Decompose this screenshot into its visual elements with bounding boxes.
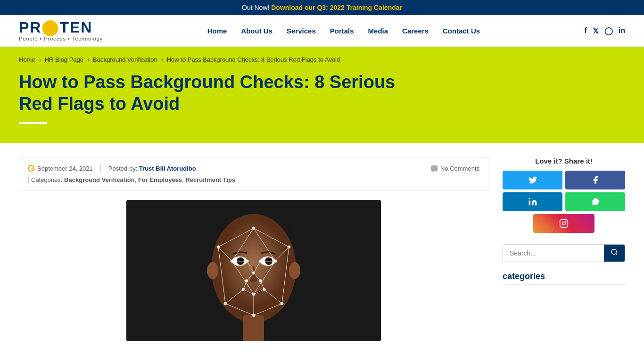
breadcrumb-sep1: › — [39, 57, 41, 63]
facebook-share-button[interactable] — [565, 171, 625, 189]
categories-title: categories — [503, 272, 625, 285]
share-box: Love it? Share it! — [503, 157, 625, 233]
svg-line-57 — [616, 254, 617, 255]
svg-point-55 — [565, 221, 567, 222]
nav-home[interactable]: Home — [207, 27, 227, 35]
top-banner: Out Now! Download our Q3: 2022 Training … — [0, 0, 644, 15]
main-nav: Home About Us Services Portals Media Car… — [207, 27, 480, 35]
sidebar: Love it? Share it! — [503, 157, 625, 341]
article-area: September 24, 2021 Posted by: Trust Bill… — [19, 157, 488, 341]
breadcrumb-home[interactable]: Home — [19, 56, 35, 63]
svg-point-3 — [207, 262, 218, 279]
article-image — [126, 200, 381, 341]
svg-point-4 — [289, 262, 300, 279]
nav-contact[interactable]: Contact Us — [443, 27, 480, 35]
article-meta: September 24, 2021 Posted by: Trust Bill… — [19, 157, 488, 190]
breadcrumb-sep2: › — [87, 57, 89, 63]
twitter-share-button[interactable] — [503, 171, 562, 189]
cat-recruitment-tips[interactable]: Recruitment Tips — [185, 176, 235, 183]
whatsapp-share-button[interactable] — [565, 192, 625, 211]
meta-date: September 24, 2021 — [28, 165, 93, 172]
author-link[interactable]: Trust Bill Atorudibo — [139, 165, 196, 172]
breadcrumb: Home › HR Blog Page › Background Verific… — [19, 56, 625, 63]
face-illustration — [126, 200, 381, 341]
search-input[interactable] — [503, 245, 604, 262]
svg-rect-53 — [560, 220, 568, 228]
hero-underline — [19, 122, 47, 124]
cat-for-employees[interactable]: For Employees — [138, 176, 182, 183]
meta-separator — [100, 164, 101, 173]
header: PR⬤TEN People • Process • Technology Hom… — [0, 15, 644, 47]
banner-link[interactable]: Download our Q3: 2022 Training Calendar — [271, 4, 402, 11]
svg-rect-2 — [243, 315, 264, 341]
nav-portals[interactable]: Portals — [330, 27, 354, 35]
clock-icon — [28, 165, 34, 172]
breadcrumb-hr-blog[interactable]: HR Blog Page — [45, 56, 83, 63]
nav-about[interactable]: About Us — [241, 27, 272, 35]
meta-categories: Categories: Background Verification, For… — [28, 176, 479, 183]
share-buttons — [503, 171, 625, 233]
logo-dot1: ⬤ — [41, 19, 59, 36]
categories-section: categories — [503, 272, 625, 285]
share-title: Love it? Share it! — [503, 157, 625, 165]
categories-label: Categories: — [31, 176, 62, 183]
svg-point-56 — [611, 249, 617, 255]
logo-text: PR⬤TEN — [19, 20, 103, 35]
social-links: f 𝕏 ◯ in — [584, 26, 625, 35]
twitter-icon[interactable]: 𝕏 — [593, 26, 599, 35]
nav-careers[interactable]: Careers — [402, 27, 429, 35]
instagram-share-button[interactable] — [533, 214, 594, 233]
meta-posted: Posted by: Trust Bill Atorudibo — [108, 165, 196, 172]
hero-section: Home › HR Blog Page › Background Verific… — [0, 47, 644, 143]
breadcrumb-bg-verification[interactable]: Background Verification — [93, 56, 157, 63]
svg-point-54 — [562, 222, 566, 225]
svg-point-52 — [528, 198, 530, 199]
logo: PR⬤TEN People • Process • Technology — [19, 20, 103, 41]
comments-text: No Comments — [440, 165, 479, 172]
nav-media[interactable]: Media — [368, 27, 388, 35]
search-box — [503, 244, 625, 262]
meta-row-1: September 24, 2021 Posted by: Trust Bill… — [28, 164, 479, 173]
main-content: September 24, 2021 Posted by: Trust Bill… — [0, 143, 644, 355]
date-text: September 24, 2021 — [37, 165, 93, 172]
nav-services[interactable]: Services — [287, 27, 316, 35]
linkedin-icon[interactable]: in — [619, 26, 625, 35]
logo-tagline: People • Process • Technology — [19, 36, 103, 41]
logo-pr: PR — [19, 19, 41, 36]
breadcrumb-current: How to Pass Background Checks: 8 Serious… — [167, 56, 340, 63]
cat-bg-verification[interactable]: Background Verification — [64, 176, 135, 183]
instagram-icon[interactable]: ◯ — [604, 26, 613, 35]
meta-comments: No Comments — [431, 165, 479, 172]
page-title: How to Pass Background Checks: 8 Serious… — [19, 72, 396, 115]
linkedin-share-button[interactable] — [503, 192, 562, 211]
logo-ten: TEN — [59, 19, 92, 36]
breadcrumb-sep3: › — [161, 57, 163, 63]
banner-prefix: Out Now! — [242, 4, 269, 11]
comment-icon — [431, 165, 438, 171]
facebook-icon[interactable]: f — [584, 26, 586, 35]
search-button[interactable] — [604, 245, 625, 262]
posted-by-label: Posted by: — [108, 165, 137, 172]
